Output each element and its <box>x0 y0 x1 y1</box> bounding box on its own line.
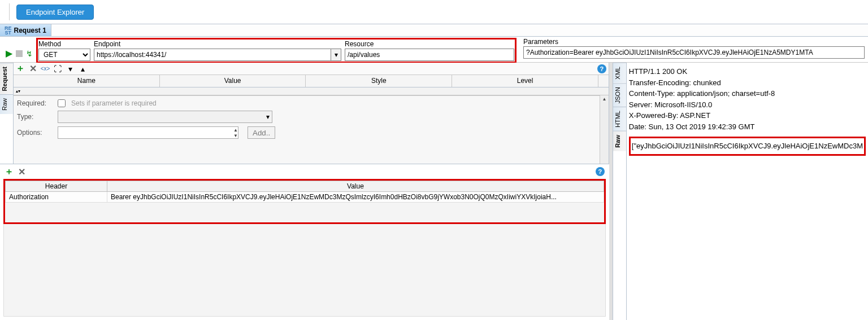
request-panel: Request Raw ＋ ✕ <x> ⛶ ▾ ▴ ? Name Value S… <box>0 63 609 320</box>
header-value-cell[interactable]: Bearer eyJhbGciOiJIUzI1NiIsInR5cCI6IkpXV… <box>107 192 604 203</box>
col-style[interactable]: Style <box>306 75 452 87</box>
request-row: ▶ ↯ Method GET Endpoint ▾ Resource Param… <box>0 37 868 63</box>
parameters-input[interactable] <box>523 46 865 59</box>
method-select[interactable]: GET <box>38 49 90 61</box>
expand-icon[interactable]: ⛶ <box>53 64 62 73</box>
params-section: Request Raw ＋ ✕ <x> ⛶ ▾ ▴ ? Name Value S… <box>0 63 609 164</box>
remove-param-icon[interactable]: ✕ <box>28 64 37 73</box>
options-add-button[interactable]: Add.. <box>248 126 275 139</box>
tab-title: Request 1 <box>14 27 46 34</box>
side-tab-xml[interactable]: XML <box>613 63 626 83</box>
side-tab-raw-response[interactable]: Raw <box>613 131 626 151</box>
rest-icon: RE ST <box>5 26 12 35</box>
side-tab-raw[interactable]: Raw <box>0 94 13 114</box>
header-name-cell[interactable]: Authorization <box>6 192 107 203</box>
resp-line: HTTP/1.1 200 OK <box>629 66 866 77</box>
help-icon[interactable]: ? <box>597 64 606 73</box>
params-scrollbar[interactable]: ▲ <box>600 95 609 164</box>
col-value[interactable]: Value <box>160 75 306 87</box>
endpoint-dropdown-icon[interactable]: ▾ <box>331 49 341 61</box>
method-label: Method <box>38 40 90 49</box>
table-row[interactable]: Authorization Bearer eyJhbGciOiJIUzI1NiI… <box>6 192 604 203</box>
side-tab-request[interactable]: Request <box>0 63 13 94</box>
xml-mode-icon[interactable]: <x> <box>41 64 50 73</box>
top-toolbar: Endpoint Explorer <box>0 0 868 24</box>
parameters-label: Parameters <box>523 38 865 46</box>
resp-line: Server: Microsoft-IIS/10.0 <box>629 99 866 111</box>
headers-highlight-frame: Header Value Authorization Bearer eyJhbG… <box>3 179 606 224</box>
up-icon[interactable]: ▴ <box>78 64 87 73</box>
request-side-tabs: Request Raw <box>0 63 14 164</box>
endpoint-input[interactable] <box>94 49 331 61</box>
required-hint: Sets if parameter is required <box>71 99 157 107</box>
col-scroll-spacer <box>598 75 609 87</box>
remove-header-icon[interactable]: ✕ <box>17 167 26 176</box>
headers-help-icon[interactable]: ? <box>596 167 605 176</box>
tab-request-1[interactable]: RE ST Request 1 <box>0 24 51 36</box>
col-name[interactable]: Name <box>14 75 160 87</box>
resource-input[interactable] <box>345 49 514 61</box>
response-body: HTTP/1.1 200 OK Transfer-Encoding: chunk… <box>627 63 868 320</box>
toolbar-divider <box>9 3 10 20</box>
add-header-icon[interactable]: ＋ <box>5 167 14 176</box>
options-list[interactable]: ▲▼ <box>58 126 238 139</box>
resp-line: Content-Type: application/json; charset=… <box>629 88 866 99</box>
chevron-down-icon[interactable]: ▴▾ <box>16 89 20 94</box>
resp-line: Transfer-Encoding: chunked <box>629 77 866 89</box>
col-level[interactable]: Level <box>452 75 598 87</box>
col-header-value[interactable]: Value <box>107 181 604 192</box>
headers-section: ＋ ✕ ? Header Value Authorization Bearer … <box>0 164 609 320</box>
response-side-tabs: XML JSON HTML Raw <box>613 63 627 320</box>
params-toolbar: ＋ ✕ <x> ⛶ ▾ ▴ ? <box>14 63 609 75</box>
add-param-icon[interactable]: ＋ <box>16 64 25 73</box>
options-label: Options: <box>17 129 52 137</box>
resource-label: Resource <box>345 40 514 49</box>
resp-line: X-Powered-By: ASP.NET <box>629 110 866 121</box>
type-dropdown[interactable]: ▾ <box>58 111 272 123</box>
headers-table: Header Value Authorization Bearer eyJhbG… <box>5 181 604 203</box>
headers-empty-area <box>3 224 606 317</box>
endpoint-label: Endpoint <box>94 40 341 49</box>
tab-bar: RE ST Request 1 <box>0 24 868 37</box>
required-label: Required: <box>17 99 52 107</box>
resp-line: Date: Sun, 13 Oct 2019 19:42:39 GMT <box>629 121 866 133</box>
side-tab-json[interactable]: JSON <box>613 83 626 107</box>
response-body-text: ["eyJhbGciOiJIUzI1NiIsInR5cCI6IkpXVCJ9.e… <box>632 142 863 150</box>
col-header[interactable]: Header <box>6 181 107 192</box>
main-area: Request Raw ＋ ✕ <x> ⛶ ▾ ▴ ? Name Value S… <box>0 63 868 320</box>
stop-icon[interactable] <box>16 50 23 57</box>
endpoint-explorer-button[interactable]: Endpoint Explorer <box>16 5 94 20</box>
side-tab-html[interactable]: HTML <box>613 107 626 131</box>
response-panel: XML JSON HTML Raw HTTP/1.1 200 OK Transf… <box>613 63 868 320</box>
param-columns: Name Value Style Level <box>14 75 609 87</box>
run-menu-icon[interactable]: ↯ <box>26 49 33 58</box>
run-icon[interactable]: ▶ <box>6 48 12 59</box>
down-icon[interactable]: ▾ <box>66 64 75 73</box>
type-label: Type: <box>17 113 52 121</box>
response-highlight-frame: ["eyJhbGciOiJIUzI1NiIsInR5cCI6IkpXVCJ9.e… <box>629 137 866 156</box>
required-checkbox[interactable] <box>58 99 66 107</box>
